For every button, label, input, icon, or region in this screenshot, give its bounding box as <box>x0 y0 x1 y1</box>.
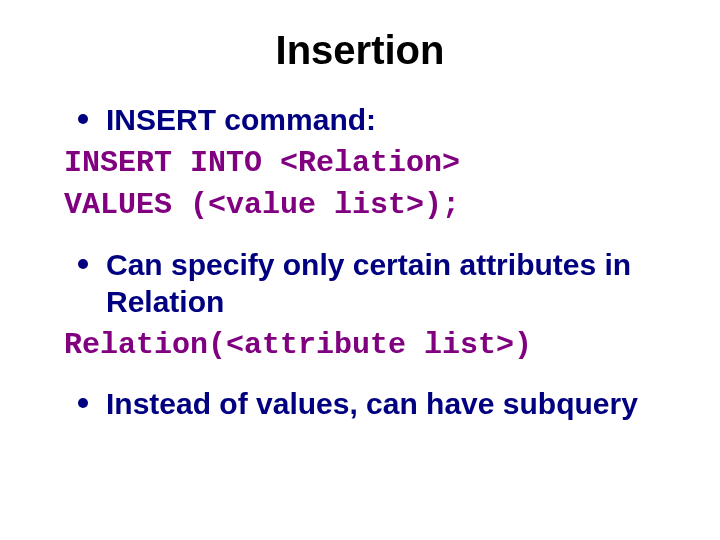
bullet-text: Can specify only certain attributes in R… <box>106 246 660 321</box>
code-line: INSERT INTO <Relation> <box>64 143 660 184</box>
bullet-icon <box>78 259 88 269</box>
slide: Insertion INSERT command: INSERT INTO <R… <box>0 0 720 540</box>
bullet-text: INSERT command: <box>106 101 376 139</box>
bullet-row: INSERT command: <box>78 101 660 139</box>
bullet-text: Instead of values, can have subquery <box>106 385 638 423</box>
bullet-icon <box>78 114 88 124</box>
bullet-row: Instead of values, can have subquery <box>78 385 660 423</box>
bullet-block-1: INSERT command: INSERT INTO <Relation> V… <box>60 101 660 226</box>
code-line: VALUES (<value list>); <box>64 185 660 226</box>
bullet-block-3: Instead of values, can have subquery <box>60 385 660 423</box>
slide-title: Insertion <box>60 28 660 73</box>
bullet-icon <box>78 398 88 408</box>
bullet-row: Can specify only certain attributes in R… <box>78 246 660 321</box>
code-line: Relation(<attribute list>) <box>64 325 660 366</box>
bullet-block-2: Can specify only certain attributes in R… <box>60 246 660 366</box>
